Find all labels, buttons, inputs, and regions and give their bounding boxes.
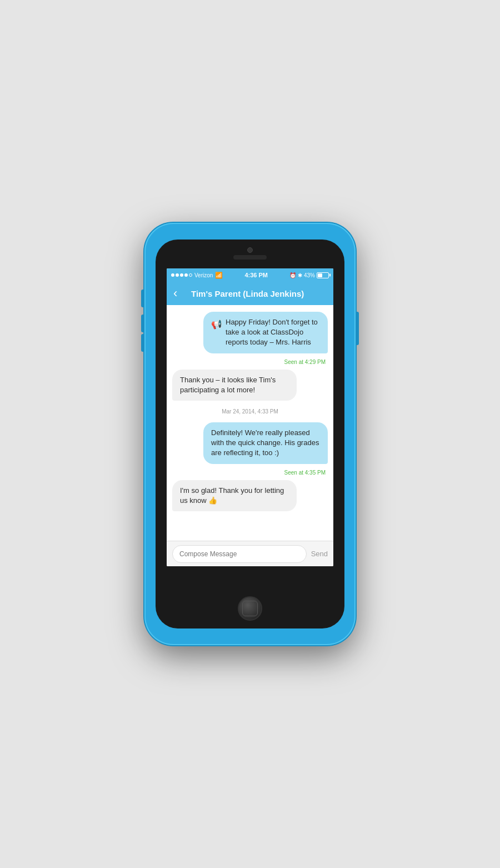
seen-label-1: Seen at 4:29 PM	[284, 359, 328, 365]
compose-input[interactable]	[172, 545, 307, 563]
bluetooth-icon: ✱	[298, 272, 302, 278]
signal-dots	[171, 273, 192, 277]
megaphone-icon: 📢	[211, 318, 222, 331]
status-bar: Verizon 📶 4:36 PM ⏰ ✱ 43%	[167, 268, 333, 282]
timestamp-1: Mar 24, 2014, 4:33 PM	[222, 408, 278, 415]
camera	[247, 247, 253, 253]
message-bubble-outgoing-3: Definitely! We're really pleased with th…	[203, 422, 328, 464]
message-text-2: Thank you – it looks like Tim's particip…	[180, 376, 276, 394]
phone-inner: Verizon 📶 4:36 PM ⏰ ✱ 43%	[156, 240, 344, 628]
send-button[interactable]: Send	[311, 550, 328, 558]
alarm-icon: ⏰	[289, 272, 296, 278]
message-bubble-outgoing-1: 📢 Happy Friday! Don't forget to take a l…	[203, 312, 328, 353]
carrier-label: Verizon	[194, 272, 213, 278]
status-left: Verizon 📶	[171, 272, 223, 279]
signal-dot-5	[189, 273, 192, 277]
screen: Verizon 📶 4:36 PM ⏰ ✱ 43%	[167, 268, 333, 566]
nav-title: Tim's Parent (Linda Jenkins)	[182, 289, 313, 298]
wifi-icon: 📶	[215, 272, 223, 279]
battery-percent: 43%	[304, 272, 315, 278]
message-bubble-incoming-4: I'm so glad! Thank you for letting us kn…	[172, 480, 297, 511]
phone-shell: Verizon 📶 4:36 PM ⏰ ✱ 43%	[144, 223, 356, 645]
back-button[interactable]: ‹	[173, 286, 177, 301]
home-button-inner	[242, 601, 258, 616]
speaker	[233, 255, 267, 260]
message-text-3: Definitely! We're really pleased with th…	[211, 428, 320, 458]
message-text-1: Happy Friday! Don't forget to take a loo…	[226, 317, 320, 348]
battery-container	[317, 272, 329, 278]
messages-area: 📢 Happy Friday! Don't forget to take a l…	[167, 305, 333, 541]
compose-area: Send	[167, 541, 333, 566]
battery-fill	[318, 273, 322, 277]
status-right: ⏰ ✱ 43%	[289, 272, 329, 278]
status-time: 4:36 PM	[244, 272, 268, 278]
seen-label-3: Seen at 4:35 PM	[284, 470, 328, 476]
signal-dot-2	[176, 273, 179, 277]
message-bubble-incoming-2: Thank you – it looks like Tim's particip…	[172, 370, 297, 401]
message-text-4: I'm so glad! Thank you for letting us kn…	[180, 486, 284, 505]
home-button[interactable]	[238, 596, 262, 621]
signal-dot-4	[184, 273, 188, 277]
page-wrapper: Verizon 📶 4:36 PM ⏰ ✱ 43%	[0, 0, 500, 868]
signal-dot-3	[180, 273, 183, 277]
battery-icon	[317, 272, 329, 278]
nav-bar: ‹ Tim's Parent (Linda Jenkins)	[167, 282, 333, 305]
signal-dot-1	[171, 273, 174, 277]
